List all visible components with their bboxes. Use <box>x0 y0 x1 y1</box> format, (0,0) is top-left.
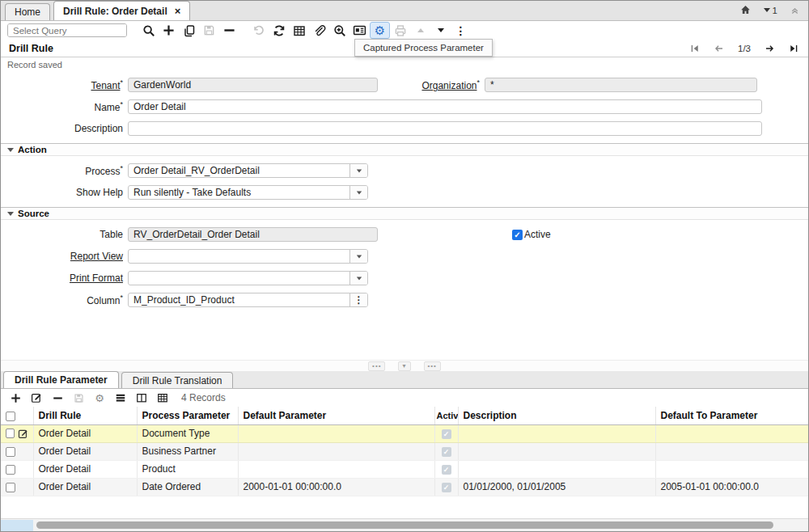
active-checkbox[interactable]: ✓ <box>512 230 523 240</box>
source-section-header[interactable]: Source <box>1 207 808 220</box>
process-dropdown-button[interactable] <box>349 164 367 177</box>
close-tab-icon[interactable]: × <box>175 6 181 16</box>
report-view-field[interactable] <box>128 249 368 264</box>
cell-active[interactable]: ✓ <box>434 442 458 460</box>
action-section-header[interactable]: Action <box>1 143 808 156</box>
cell-process-parameter[interactable]: Document Type <box>137 424 238 442</box>
copy-record-icon[interactable] <box>179 22 199 39</box>
new-record-icon[interactable] <box>159 22 179 39</box>
table-row[interactable]: Order Detail Business Partner ✓ <box>1 442 809 460</box>
captured-process-parameter-icon[interactable]: ⚙ <box>370 22 390 39</box>
row-checkbox[interactable] <box>6 447 15 457</box>
row-checkbox[interactable] <box>6 429 15 438</box>
first-record-icon[interactable] <box>690 44 700 53</box>
cell-default-to-parameter[interactable] <box>655 442 809 460</box>
delete-record-icon[interactable] <box>219 22 239 39</box>
cell-drill-rule[interactable]: Order Detail <box>33 460 137 478</box>
process-field[interactable]: Order Detail_RV_OrderDetail <box>128 163 368 178</box>
zoom-across-icon[interactable] <box>329 22 349 39</box>
column-header-process-parameter[interactable]: Process Parameter <box>137 407 238 424</box>
table-row[interactable]: Order Detail Product ✓ <box>1 460 809 478</box>
horizontal-scrollbar[interactable] <box>1 518 808 531</box>
report-view-dropdown-button[interactable] <box>349 250 367 263</box>
select-all-checkbox[interactable] <box>6 412 15 421</box>
last-record-icon[interactable] <box>789 44 798 53</box>
column-header-drill-rule[interactable]: Drill Rule <box>33 407 137 424</box>
show-help-field[interactable]: Run silently - Take Defaults <box>128 185 368 200</box>
previous-record-icon[interactable] <box>714 44 724 53</box>
expand-down-icon[interactable] <box>430 22 451 39</box>
cell-drill-rule[interactable]: Order Detail <box>33 478 137 496</box>
edit-row-icon[interactable] <box>18 429 28 439</box>
cell-process-parameter[interactable]: Date Ordered <box>137 478 238 496</box>
tab-drill-rule-parameter[interactable]: Drill Rule Parameter <box>3 371 119 388</box>
name-field[interactable]: Order Detail <box>128 99 762 114</box>
column-header-description[interactable]: Description <box>458 407 655 424</box>
next-record-icon[interactable] <box>765 44 775 53</box>
tenant-label[interactable]: Tenant* <box>1 78 128 91</box>
cell-default-parameter[interactable] <box>238 424 434 442</box>
refresh-icon[interactable] <box>269 22 289 39</box>
row-select-cell[interactable] <box>1 424 33 442</box>
cell-default-parameter[interactable] <box>238 442 434 460</box>
select-query-combobox[interactable] <box>7 23 127 37</box>
cell-drill-rule[interactable]: Order Detail <box>33 442 137 460</box>
table-row[interactable]: Order Detail Date Ordered 2000-01-01 00:… <box>1 478 809 496</box>
cell-active[interactable]: ✓ <box>434 460 458 478</box>
splitter-grip-icon[interactable]: ••• <box>368 361 385 371</box>
cell-process-parameter[interactable]: Product <box>137 460 238 478</box>
cell-default-to-parameter[interactable] <box>655 424 809 442</box>
cell-active[interactable]: ✓ <box>434 424 458 442</box>
select-query-input[interactable] <box>8 24 127 36</box>
print-format-label[interactable]: Print Format <box>1 272 128 284</box>
detail-toggle-view-icon[interactable] <box>114 391 127 405</box>
column-header-default-to-parameter[interactable]: Default To Parameter <box>655 407 809 424</box>
more-options-icon[interactable]: ⋮ <box>451 22 471 39</box>
detail-process-icon[interactable]: ⚙ <box>93 391 106 405</box>
table-row[interactable]: Order Detail Document Type ✓ <box>1 424 809 442</box>
report-view-label[interactable]: Report View <box>1 251 128 262</box>
active-checkbox-wrap[interactable]: ✓ Active <box>512 229 551 240</box>
splitter-collapse-icon[interactable]: ▾ <box>398 361 410 371</box>
record-info-icon[interactable] <box>349 22 370 39</box>
tab-drill-rule[interactable]: Drill Rule: Order Detail × <box>53 1 190 20</box>
select-all-header[interactable] <box>1 407 33 424</box>
cell-description[interactable] <box>458 442 655 460</box>
organization-label[interactable]: Organization* <box>378 78 485 91</box>
search-icon[interactable] <box>138 22 159 39</box>
toggle-grid-icon[interactable] <box>289 22 309 39</box>
show-help-dropdown-button[interactable] <box>349 186 367 199</box>
row-select-cell[interactable] <box>1 478 33 496</box>
column-header-active[interactable]: Active <box>434 407 458 424</box>
row-select-cell[interactable] <box>1 442 33 460</box>
cell-drill-rule[interactable]: Order Detail <box>33 424 137 442</box>
cell-description[interactable] <box>458 460 655 478</box>
column-header-default-parameter[interactable]: Default Parameter <box>238 407 434 424</box>
print-format-field[interactable] <box>128 271 368 285</box>
cell-process-parameter[interactable]: Business Partner <box>137 442 238 460</box>
detail-edit-record-icon[interactable] <box>30 391 43 405</box>
cell-default-parameter[interactable] <box>238 460 434 478</box>
row-checkbox[interactable] <box>6 465 15 475</box>
cell-default-to-parameter[interactable]: 2005-01-01 00:00:00.0 <box>655 478 809 496</box>
recent-records-dropdown[interactable]: 1 <box>764 6 777 15</box>
detail-toggle-panel-icon[interactable] <box>135 391 148 405</box>
row-checkbox[interactable] <box>6 483 15 492</box>
detail-customize-grid-icon[interactable] <box>156 391 169 405</box>
panel-splitter[interactable]: ••• ▾ ••• <box>1 360 808 371</box>
collapse-header-icon[interactable] <box>790 5 800 15</box>
cell-description[interactable] <box>458 424 655 442</box>
cell-active[interactable]: ✓ <box>434 478 458 496</box>
print-format-dropdown-button[interactable] <box>349 272 367 285</box>
cell-default-parameter[interactable]: 2000-01-01 00:00:00.0 <box>238 478 434 496</box>
home-icon[interactable] <box>739 4 752 16</box>
attachment-icon[interactable] <box>309 22 329 39</box>
row-select-cell[interactable] <box>1 460 33 478</box>
cell-default-to-parameter[interactable] <box>655 460 809 478</box>
detail-delete-record-icon[interactable] <box>51 391 64 405</box>
tab-home[interactable]: Home <box>5 3 50 20</box>
tab-drill-rule-translation[interactable]: Drill Rule Translation <box>121 372 234 388</box>
detail-new-record-icon[interactable] <box>9 391 22 405</box>
column-field[interactable]: M_Product_ID_Product ⋮ <box>128 293 368 307</box>
cell-description[interactable]: 01/01/2000, 01/01/2005 <box>458 478 655 496</box>
